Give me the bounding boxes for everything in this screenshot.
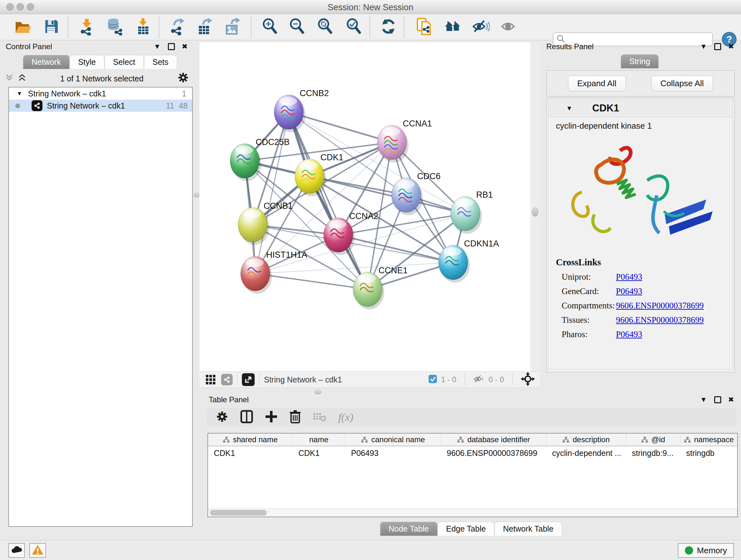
cloud-status-button[interactable] <box>8 543 25 558</box>
export-table-button[interactable] <box>195 18 214 37</box>
tab-network-table[interactable]: Network Table <box>494 522 562 536</box>
network-edge[interactable] <box>338 235 453 262</box>
genecard-link[interactable]: P06493 <box>616 287 643 296</box>
hide-selected-button[interactable] <box>471 18 490 37</box>
float-panel-icon[interactable] <box>714 43 721 50</box>
column-header[interactable]: namespace <box>680 434 737 446</box>
network-node-ccne1[interactable]: CCNE1 <box>353 266 408 309</box>
network-node-ccnb1[interactable]: CCNB1 <box>238 201 293 245</box>
compartments-link[interactable]: 9606.ENSP00000378699 <box>616 301 704 311</box>
cloud-icon <box>10 545 23 556</box>
zoom-selected-button[interactable] <box>345 18 363 37</box>
toolbar-divider <box>465 373 465 386</box>
grid-view-icon[interactable] <box>205 370 216 389</box>
network-edge[interactable] <box>255 112 289 273</box>
import-database-button[interactable] <box>105 18 124 37</box>
toolbar-divider <box>237 373 238 386</box>
uniprot-link[interactable]: P06493 <box>616 272 643 282</box>
panel-menu-icon[interactable]: ▼ <box>700 395 707 404</box>
tree-collapse-icon[interactable]: ▼ <box>17 90 22 97</box>
node-label: CDC6 <box>417 172 441 181</box>
table-horizontal-scrollbar[interactable] <box>208 508 737 516</box>
network-node-rb1[interactable]: RB1 <box>451 190 493 234</box>
network-collection-row[interactable]: ▼ String Network – cdk1 1 <box>9 87 192 100</box>
zoom-in-button[interactable] <box>261 18 279 37</box>
expand-all-networks-icon[interactable] <box>18 73 26 84</box>
open-file-button[interactable] <box>13 18 31 37</box>
expand-all-button[interactable]: Expand All <box>568 76 626 91</box>
tab-network[interactable]: Network <box>23 55 70 69</box>
update-network-button[interactable] <box>379 18 398 37</box>
eye-slash-icon <box>471 17 490 37</box>
export-network-button[interactable] <box>168 18 187 37</box>
column-header[interactable]: description <box>546 434 626 446</box>
collapse-all-networks-icon[interactable] <box>5 73 13 84</box>
pharos-link[interactable]: P06493 <box>616 329 643 339</box>
delete-column-icon[interactable] <box>289 409 301 425</box>
collapse-all-button[interactable]: Collapse All <box>651 76 713 91</box>
network-canvas-container[interactable]: CCNB2CCNA1CDC25BCDK1CDC6RB1CCNB1CCNA2CDK… <box>199 42 530 371</box>
network-row-selected[interactable]: String Network – cdk1 11 48 <box>9 100 192 112</box>
add-column-icon[interactable] <box>265 410 278 425</box>
column-header[interactable]: shared name <box>208 434 293 446</box>
fit-selected-crosshair-icon[interactable] <box>521 372 535 387</box>
column-header[interactable]: database identifier <box>441 434 546 446</box>
gene-section-header[interactable]: ▼ CDK1 <box>548 99 733 117</box>
network-badge-icon[interactable] <box>221 374 232 385</box>
column-header[interactable]: name <box>293 434 345 446</box>
network-node-cdkn1a[interactable]: CDKN1A <box>439 239 499 283</box>
homes-button[interactable] <box>444 18 462 37</box>
network-edge[interactable] <box>289 112 367 289</box>
save-session-button[interactable] <box>42 18 61 37</box>
tab-edge-table[interactable]: Edge Table <box>437 522 495 536</box>
close-panel-icon[interactable]: ✖ <box>182 43 188 51</box>
table-scrollbar-thumb[interactable] <box>210 510 267 516</box>
warnings-button[interactable] <box>29 543 46 558</box>
section-collapse-icon[interactable]: ▼ <box>566 105 572 112</box>
zoom-fit-button[interactable] <box>316 18 334 37</box>
node-label: CDK1 <box>320 152 343 162</box>
tab-select[interactable]: Select <box>105 55 144 69</box>
float-panel-icon[interactable] <box>168 43 175 50</box>
network-scrollbar-thumb[interactable] <box>532 207 538 216</box>
network-node-cdc6[interactable]: CDC6 <box>392 172 441 215</box>
network-name: String Network – cdk1 <box>47 101 158 111</box>
birdseye-view-icon[interactable] <box>242 373 255 386</box>
node-table[interactable]: shared name name canonical name database… <box>207 433 738 517</box>
network-node-cdc25b[interactable]: CDC25B <box>230 137 290 181</box>
import-network-button[interactable] <box>78 18 96 37</box>
tab-node-table[interactable]: Node Table <box>380 522 437 536</box>
import-table-button[interactable] <box>134 18 152 37</box>
export-image-icon <box>223 17 241 37</box>
node-label: CCNE1 <box>379 266 408 275</box>
network-node-ccna1[interactable]: CCNA1 <box>377 119 432 163</box>
table-tabs: Node TableEdge TableNetwork Table <box>203 522 739 536</box>
zoom-out-button[interactable] <box>288 18 307 37</box>
close-panel-icon[interactable]: ✖ <box>728 43 734 51</box>
panel-menu-icon[interactable]: ▼ <box>154 43 161 51</box>
duplicate-network-button[interactable] <box>415 18 433 37</box>
network-edge[interactable] <box>255 273 367 289</box>
export-image-button[interactable] <box>223 18 242 37</box>
close-panel-icon[interactable]: ✖ <box>728 395 734 404</box>
network-scrollbar[interactable] <box>530 42 540 371</box>
column-header[interactable]: canonical name <box>345 434 441 446</box>
tab-string[interactable]: String <box>621 54 659 68</box>
show-columns-icon[interactable] <box>240 410 253 425</box>
show-all-button[interactable] <box>499 18 518 37</box>
main-toolbar: ? <box>0 14 741 40</box>
panel-menu-icon[interactable]: ▼ <box>700 43 707 51</box>
tissues-link[interactable]: 9606.ENSP00000378699 <box>616 315 704 325</box>
tab-style[interactable]: Style <box>70 55 105 69</box>
tab-sets[interactable]: Sets <box>144 55 177 69</box>
network-node-hist1h1a[interactable]: HIST1H1A <box>241 250 307 294</box>
table-row[interactable]: CDK1 CDK1 P06493 9606.ENSP00000378699 cy… <box>208 446 737 460</box>
float-panel-icon[interactable] <box>714 396 721 403</box>
memory-button[interactable]: Memory <box>678 543 734 558</box>
network-node-ccnb2[interactable]: CCNB2 <box>274 88 329 132</box>
network-node-cdk1[interactable]: CDK1 <box>295 152 343 196</box>
table-settings-gear-icon[interactable] <box>216 410 228 424</box>
horizontal-splitter-handle[interactable] <box>314 390 321 394</box>
column-header[interactable]: @id <box>626 434 680 446</box>
network-options-gear-icon[interactable] <box>178 72 189 85</box>
